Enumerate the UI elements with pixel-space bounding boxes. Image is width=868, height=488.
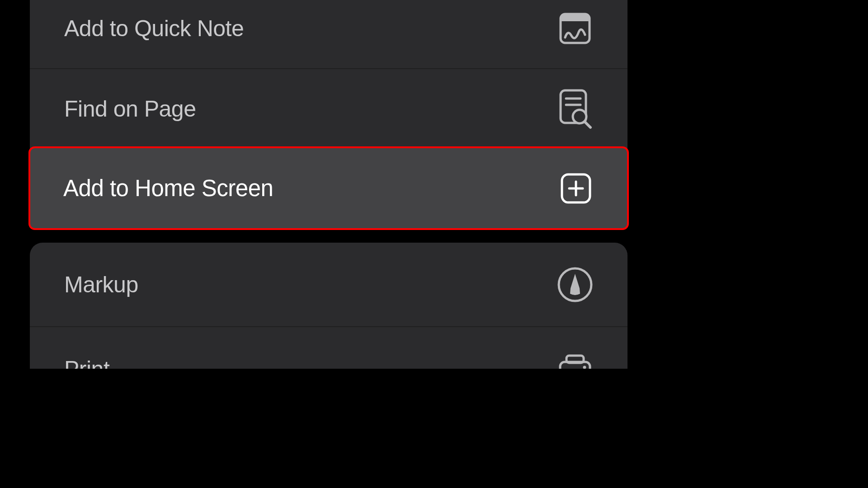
menu-item-markup[interactable]: Markup xyxy=(30,243,627,326)
menu-label: Print xyxy=(64,356,109,369)
menu-item-find-on-page[interactable]: Find on Page xyxy=(30,69,627,149)
menu-label: Markup xyxy=(64,272,138,298)
svg-rect-2 xyxy=(561,19,590,21)
svg-point-14 xyxy=(583,366,586,369)
menu-group-bottom: Markup Print xyxy=(30,243,627,369)
svg-line-7 xyxy=(585,122,590,127)
share-sheet-menu: Add to Quick Note Find on Page xyxy=(30,0,627,369)
quick-note-icon xyxy=(557,10,593,47)
printer-icon xyxy=(557,352,593,369)
menu-item-add-to-home-screen[interactable]: Add to Home Screen xyxy=(28,146,629,230)
find-on-page-icon xyxy=(557,91,593,127)
menu-label: Add to Quick Note xyxy=(64,15,244,42)
menu-label: Add to Home Screen xyxy=(63,175,273,202)
menu-label: Find on Page xyxy=(64,96,196,122)
add-square-icon xyxy=(558,170,594,206)
menu-item-print[interactable]: Print xyxy=(30,327,627,369)
markup-icon xyxy=(557,267,593,303)
menu-item-add-to-quick-note[interactable]: Add to Quick Note xyxy=(30,0,627,68)
